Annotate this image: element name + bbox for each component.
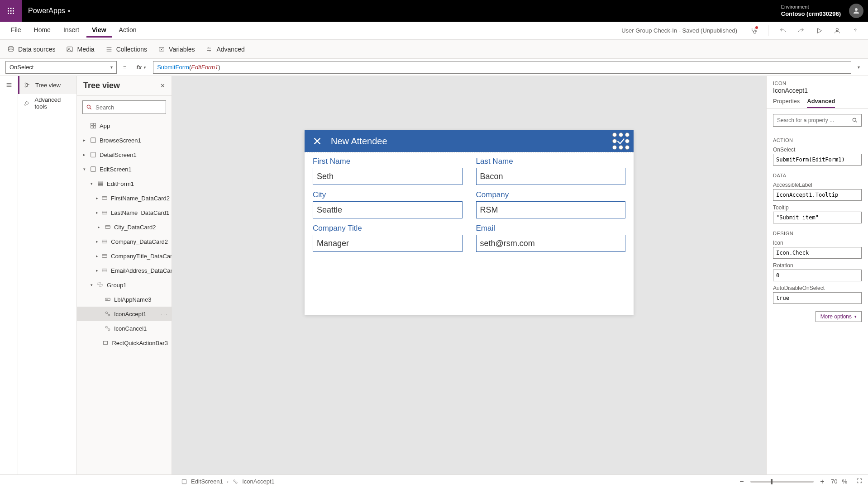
tree-node[interactable]: App [77, 118, 172, 133]
data-sources-button[interactable]: Data sources [7, 46, 55, 53]
menu-view[interactable]: View [86, 24, 112, 38]
zoom-in-button[interactable]: + [818, 478, 826, 486]
zoom-out-button[interactable]: − [738, 478, 746, 486]
equals-label: = [120, 64, 129, 71]
property-input[interactable] [773, 292, 862, 304]
property-selector[interactable]: OnSelect [5, 61, 117, 74]
tree-node[interactable]: ▸CompanyTitle_DataCard2 [77, 249, 172, 263]
formula-expand-icon[interactable]: ▾ [855, 65, 863, 70]
nav-advanced-tools[interactable]: Advanced tools [18, 94, 76, 112]
nav-tree-view[interactable]: Tree view [18, 76, 76, 94]
fx-button[interactable]: fx▾ [133, 64, 150, 71]
property-input[interactable] [773, 154, 862, 166]
property-search-input[interactable] [773, 114, 862, 127]
property-input[interactable] [773, 247, 862, 259]
property-input[interactable] [773, 189, 862, 201]
tree-expand-icon[interactable]: ▸ [96, 196, 98, 200]
user-avatar-button[interactable] [849, 4, 863, 18]
app-checker-button[interactable] [746, 24, 761, 38]
tree-node[interactable]: ▸BrowseScreen1 [77, 133, 172, 147]
tree-expand-icon[interactable]: ▸ [81, 138, 87, 142]
tree-node[interactable]: ▸Company_DataCard2 [77, 234, 172, 249]
redo-button[interactable] [794, 24, 808, 38]
property-input[interactable] [773, 212, 862, 223]
data-card[interactable]: Email [476, 224, 626, 252]
tree-node[interactable]: IconCancel1 [77, 321, 172, 336]
menu-file[interactable]: File [5, 24, 27, 38]
field-input[interactable] [476, 168, 626, 185]
formula-input[interactable]: SubmitForm(EditForm1) [153, 61, 851, 74]
tree-expand-icon[interactable]: ▸ [96, 210, 98, 215]
tree-node[interactable]: ▾EditForm1 [77, 176, 172, 191]
data-card[interactable]: First Name [313, 157, 463, 185]
property-label: AutoDisableOnSelect [773, 285, 862, 291]
tree-expand-icon[interactable]: ▾ [89, 283, 94, 287]
app-name-dropdown[interactable]: PowerApps ▾ [28, 7, 70, 15]
property-input[interactable] [773, 270, 862, 281]
canvas[interactable]: New Attendee First NameLast NameCityComp… [172, 76, 766, 474]
menu-home[interactable]: Home [29, 24, 56, 38]
breadcrumb-control[interactable]: IconAccept1 [242, 478, 275, 485]
field-input[interactable] [476, 235, 626, 252]
more-options-button[interactable]: More options ▾ [816, 311, 862, 322]
tree-node[interactable]: ▸LastName_DataCard1 [77, 205, 172, 220]
cancel-icon-control[interactable] [311, 135, 324, 147]
field-input[interactable] [313, 168, 463, 185]
tree-node[interactable]: ▸FirstName_DataCard2 [77, 191, 172, 205]
tree-node[interactable]: ▾Group1 [77, 278, 172, 292]
tree-expand-icon[interactable]: ▾ [81, 167, 87, 171]
share-button[interactable] [830, 24, 844, 38]
zoom-slider[interactable] [750, 481, 814, 483]
data-card[interactable]: Company Title [313, 224, 463, 252]
field-input[interactable] [476, 201, 626, 218]
environment-label: Environment [781, 4, 841, 10]
tab-properties[interactable]: Properties [773, 98, 800, 108]
collections-button[interactable]: Collections [105, 46, 147, 53]
advanced-button[interactable]: Advanced [205, 46, 244, 53]
group-icon [97, 281, 104, 289]
view-ribbon: Data sources Media Collections Variables… [0, 40, 868, 59]
tree-expand-icon[interactable]: ▸ [96, 254, 98, 258]
svg-rect-19 [91, 126, 93, 128]
tree-node-more-button[interactable]: ··· [161, 311, 168, 317]
preview-button[interactable] [812, 24, 826, 38]
tree-node[interactable]: IconAccept1··· [77, 307, 172, 321]
tab-advanced[interactable]: Advanced [807, 98, 835, 108]
tree-expand-icon[interactable]: ▸ [96, 268, 98, 273]
data-card[interactable]: Company [476, 190, 626, 218]
tree-expand-icon[interactable]: ▸ [96, 225, 101, 229]
menu-action[interactable]: Action [114, 24, 142, 38]
tree-expand-icon[interactable]: ▸ [96, 239, 98, 244]
tree-node[interactable]: LblAppName3 [77, 292, 172, 307]
tree-search-input[interactable] [82, 100, 166, 114]
media-button[interactable]: Media [66, 46, 94, 53]
rail-hamburger-button[interactable] [0, 76, 18, 94]
tree-node[interactable]: ▸DetailScreen1 [77, 147, 172, 162]
undo-button[interactable] [776, 24, 790, 38]
environment-info[interactable]: Environment Contoso (crm030296) [781, 4, 841, 18]
tree-node-label: DetailScreen1 [100, 152, 137, 158]
field-input[interactable] [313, 201, 463, 218]
tree-close-button[interactable]: ✕ [160, 82, 165, 89]
tree-node[interactable]: RectQuickActionBar3 [77, 336, 172, 350]
help-button[interactable] [848, 24, 863, 38]
data-card[interactable]: Last Name [476, 157, 626, 185]
menu-insert[interactable]: Insert [58, 24, 85, 38]
wrench-icon [24, 99, 30, 107]
accept-icon-control[interactable] [615, 135, 627, 147]
tree-node[interactable]: ▸City_DataCard2 [77, 220, 172, 234]
play-icon [816, 27, 823, 34]
variables-button[interactable]: Variables [158, 46, 195, 53]
form-grid: First NameLast NameCityCompanyCompany Ti… [305, 152, 634, 256]
tree-expand-icon[interactable]: ▾ [89, 181, 94, 186]
fit-to-window-button[interactable] [856, 478, 863, 485]
data-card[interactable]: City [313, 190, 463, 218]
breadcrumb-screen[interactable]: EditScreen1 [191, 478, 223, 485]
tree-node[interactable]: ▾EditScreen1 [77, 162, 172, 176]
app-launcher-button[interactable] [0, 0, 22, 22]
tree-expand-icon[interactable]: ▸ [81, 152, 87, 157]
person-share-icon [834, 27, 841, 34]
field-input[interactable] [313, 235, 463, 252]
rect-icon [102, 339, 109, 346]
tree-node[interactable]: ▸EmailAddress_DataCard2 [77, 263, 172, 278]
